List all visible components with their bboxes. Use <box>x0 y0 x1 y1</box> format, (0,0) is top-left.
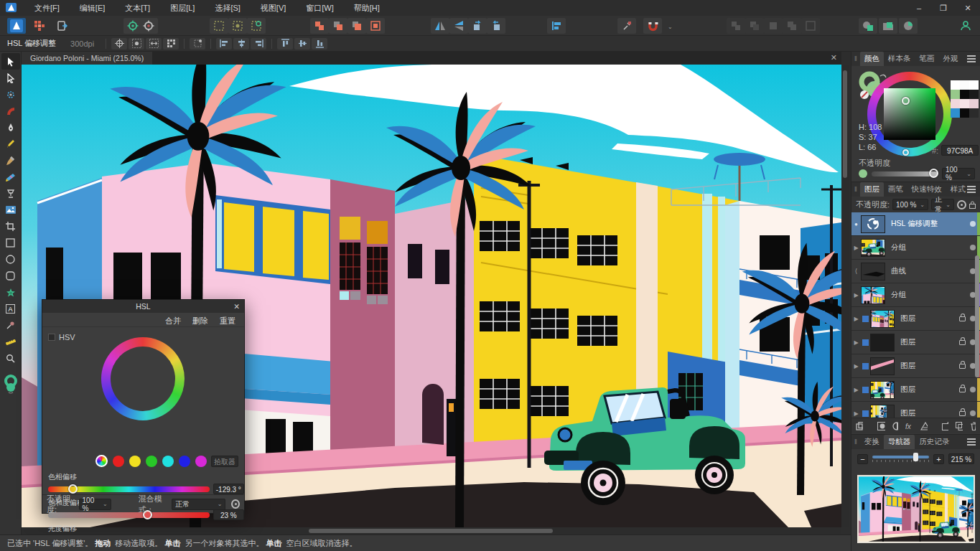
zoom-percent-value[interactable]: 215 % <box>948 453 974 464</box>
vector-brush-tool[interactable] <box>1 169 20 185</box>
picker-button[interactable]: 拾取器 <box>211 456 238 467</box>
layers-opacity-dropdown[interactable]: 100 %⌄ <box>892 199 928 210</box>
color-picker-tool[interactable] <box>1 317 20 334</box>
text-tool[interactable]: A <box>1 301 20 317</box>
delete-button[interactable]: 删除 <box>192 316 208 326</box>
layer-row-curve[interactable]: ⟨ 曲线 <box>851 260 980 283</box>
dialog-opacity-dropdown[interactable]: 100 %⌄ <box>79 499 111 510</box>
tab-stroke[interactable]: 笔画 <box>915 52 938 66</box>
expand-chevron-icon[interactable]: ▶ <box>851 363 861 369</box>
snapping-magnet-button[interactable] <box>643 18 662 34</box>
menu-text[interactable]: 文本[T] <box>115 3 160 14</box>
flip-selection-icon[interactable] <box>146 38 162 50</box>
tab-navigator[interactable]: 导航器 <box>884 435 915 449</box>
expand-chevron-icon[interactable]: ▶ <box>851 339 861 346</box>
preferences-gear-button[interactable] <box>139 18 158 34</box>
fill-tool[interactable] <box>1 185 20 202</box>
align-bottom-icon[interactable] <box>312 38 327 50</box>
align-left-icon[interactable] <box>216 38 232 50</box>
canvas-vertical-scrollbar[interactable] <box>841 65 849 527</box>
menu-view[interactable]: 视图[V] <box>251 3 296 14</box>
edit-all-layers-icon[interactable] <box>856 422 863 430</box>
alignment-button[interactable] <box>547 18 566 34</box>
move-to-snap-button[interactable] <box>617 18 636 34</box>
lock-icon[interactable] <box>959 316 966 321</box>
crop-tool[interactable] <box>1 218 20 235</box>
designer-persona-button[interactable] <box>7 18 26 34</box>
hex-value-field[interactable]: 97C98A <box>941 145 979 156</box>
zoom-out-button[interactable]: − <box>857 454 868 464</box>
layer-row-hsl[interactable]: ● HSL 偏移调整 <box>851 212 980 236</box>
recent-swatches-grid[interactable] <box>951 80 979 118</box>
color-opacity-slider[interactable] <box>872 171 938 176</box>
hue-magenta-swatch[interactable] <box>195 456 207 467</box>
hue-green-swatch[interactable] <box>146 456 157 467</box>
insert-behind-button[interactable] <box>859 18 877 34</box>
layers-panel-menu-icon[interactable] <box>967 186 976 193</box>
align-top-icon[interactable] <box>277 38 293 50</box>
rounded-rectangle-tool[interactable] <box>1 268 20 284</box>
lock-icon[interactable] <box>959 411 966 416</box>
expand-chevron-icon[interactable]: ▶ <box>851 387 861 393</box>
layer-row-group-car[interactable]: ▶ 分组 <box>851 236 980 260</box>
place-image-tool[interactable] <box>1 202 20 218</box>
flip-vertical-button[interactable] <box>449 18 468 34</box>
dialog-settings-gear-icon[interactable] <box>231 499 240 509</box>
ellipse-tool[interactable] <box>1 251 20 268</box>
rotate-cw-button[interactable] <box>487 18 505 34</box>
hsv-checkbox[interactable]: HSV <box>48 333 75 342</box>
expand-chevron-icon[interactable]: ▶ <box>851 292 861 298</box>
menu-layer[interactable]: 图层[L] <box>160 3 205 14</box>
lock-icon[interactable] <box>959 364 966 369</box>
navigator-panel-menu-icon[interactable] <box>967 438 976 446</box>
live-filter-icon[interactable] <box>920 422 928 430</box>
account-person-icon[interactable] <box>956 18 975 34</box>
pen-tool[interactable] <box>1 119 20 136</box>
align-center-icon[interactable] <box>233 38 249 50</box>
layer-row-white-building[interactable]: ▶ 图层 <box>851 402 980 418</box>
shape-tool[interactable] <box>1 284 20 301</box>
layer-row-blue-building[interactable]: ▶ 图层 <box>851 378 980 402</box>
transform-origin-icon[interactable] <box>111 38 127 50</box>
layers-scrollbar[interactable] <box>975 255 979 377</box>
tab-color[interactable]: 颜色 <box>860 52 884 66</box>
hsl-dialog-titlebar[interactable]: HSL ✕ <box>42 300 244 313</box>
navigator-thumbnail[interactable] <box>857 475 975 543</box>
snap-object-toggle[interactable] <box>228 18 247 34</box>
layer-row-dark[interactable]: ▶ 图层 <box>851 331 980 354</box>
boolean-subtract-button[interactable] <box>329 18 347 34</box>
tab-history[interactable]: 历史记录 <box>915 435 953 449</box>
tabbar-close-icon[interactable]: ✕ <box>831 53 837 62</box>
menu-edit[interactable]: 编辑[E] <box>70 3 115 14</box>
pixel-grid-icon[interactable] <box>163 38 179 50</box>
blend-mode-dropdown[interactable]: 正常⌄ <box>172 499 225 510</box>
minimize-button[interactable]: – <box>907 0 931 16</box>
rotate-selection-icon[interactable] <box>190 38 205 50</box>
reset-button[interactable]: 重置 <box>220 316 235 326</box>
add-layer-icon[interactable] <box>942 422 949 430</box>
corner-tool[interactable] <box>1 103 20 119</box>
tab-brushes[interactable]: 画笔 <box>884 182 907 197</box>
zoom-slider[interactable] <box>872 456 929 462</box>
saturation-lightness-box[interactable] <box>884 88 935 140</box>
node-tool[interactable] <box>1 70 20 86</box>
adjustment-icon[interactable] <box>892 422 899 430</box>
export-persona-button[interactable] <box>53 18 72 34</box>
align-middle-icon[interactable] <box>294 38 310 50</box>
pencil-tool[interactable] <box>1 136 20 152</box>
merge-button[interactable]: 合并 <box>165 316 181 326</box>
hsl-dialog-close-icon[interactable]: ✕ <box>233 300 240 313</box>
lock-icon[interactable] <box>959 340 966 345</box>
tab-transform[interactable]: 变换 <box>860 435 884 449</box>
restore-button[interactable]: ❐ <box>931 0 956 16</box>
contour-tool[interactable] <box>1 86 20 103</box>
menu-window[interactable]: 窗口[W] <box>296 3 344 14</box>
ruler-tool[interactable] <box>1 334 20 350</box>
tab-quick-fx[interactable]: 快速特效 <box>907 182 946 197</box>
mask-layer-icon[interactable] <box>877 422 885 430</box>
hue-cyan-swatch[interactable] <box>162 456 174 467</box>
layer-row-road[interactable]: ▶ 图层 <box>851 354 980 378</box>
layers-gear-icon[interactable] <box>957 200 966 209</box>
boolean-divide-button[interactable] <box>366 18 385 34</box>
hsl-color-wheel[interactable] <box>101 337 185 420</box>
